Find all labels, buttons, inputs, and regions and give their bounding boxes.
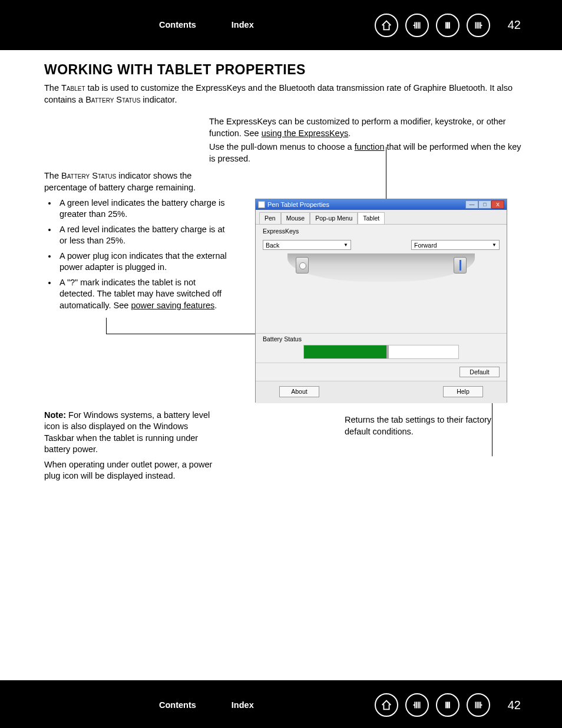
window-title: Pen Tablet Properties xyxy=(267,200,465,209)
home-icon[interactable] xyxy=(375,693,398,717)
app-icon xyxy=(258,201,265,208)
note-block: Note: For Windows systems, a battery lev… xyxy=(44,406,215,486)
prev-section-icon[interactable] xyxy=(405,693,429,717)
contents-link[interactable]: Contents xyxy=(159,19,196,31)
nav-icon-row: 42 xyxy=(375,14,521,37)
battery-status-caption: The Battery Status indicator shows the p… xyxy=(44,170,227,311)
callout-line xyxy=(386,147,386,200)
prev-section-icon[interactable] xyxy=(405,14,429,37)
maximize-button[interactable]: □ xyxy=(478,200,491,209)
tab-row: Pen Mouse Pop-up Menu Tablet xyxy=(256,210,507,224)
close-button[interactable]: X xyxy=(491,200,504,209)
battery-fill xyxy=(304,345,389,358)
tab-popup[interactable]: Pop-up Menu xyxy=(310,212,358,223)
chevron-down-icon: ▼ xyxy=(492,242,497,249)
home-icon[interactable] xyxy=(375,14,398,37)
back-select[interactable]: Back▼ xyxy=(263,240,351,250)
default-button[interactable]: Default xyxy=(459,367,500,377)
about-button[interactable]: About xyxy=(279,386,319,397)
contents-link[interactable]: Contents xyxy=(159,700,196,711)
chevron-down-icon: ▼ xyxy=(343,242,348,249)
callout-line xyxy=(492,400,492,456)
expresskeys-caption: The ExpressKeys can be customized to per… xyxy=(209,116,530,164)
prev-page-icon[interactable] xyxy=(436,693,459,717)
battery-status-bar xyxy=(303,345,459,359)
tab-tablet[interactable]: Tablet xyxy=(358,212,385,223)
list-item: A red level indicates the battery charge… xyxy=(57,224,227,247)
expresskeys-label: ExpressKeys xyxy=(263,228,299,235)
nav-icon-row: 42 xyxy=(375,693,521,717)
list-item: A green level indicates the battery char… xyxy=(57,197,227,220)
index-link[interactable]: Index xyxy=(232,700,254,711)
next-page-icon[interactable] xyxy=(467,14,490,37)
pen-tablet-properties-window: Pen Tablet Properties — □ X Pen Mouse Po… xyxy=(255,199,507,403)
list-item: A power plug icon indicates that the ext… xyxy=(57,251,227,274)
window-titlebar: Pen Tablet Properties — □ X xyxy=(256,199,507,210)
tablet-strip-graphic xyxy=(287,253,475,282)
top-nav-bar: Contents Index 42 xyxy=(0,0,562,50)
callout-line xyxy=(106,318,107,334)
tab-mouse[interactable]: Mouse xyxy=(281,212,310,223)
page-heading: WORKING WITH TABLET PROPERTIES xyxy=(44,61,530,79)
page-content: WORKING WITH TABLET PROPERTIES The Table… xyxy=(0,50,562,503)
battery-status-label: Battery Status xyxy=(263,335,302,342)
default-caption: Returns the tab settings to their factor… xyxy=(345,406,492,486)
right-key-graphic xyxy=(454,257,467,274)
page-number: 42 xyxy=(508,17,521,33)
function-link[interactable]: function xyxy=(355,142,385,151)
help-button[interactable]: Help xyxy=(443,386,483,397)
page-number: 42 xyxy=(508,697,521,713)
intro-paragraph: The Tablet tab is used to customize the … xyxy=(44,83,530,106)
minimize-button[interactable]: — xyxy=(465,200,478,209)
forward-select[interactable]: Forward▼ xyxy=(411,240,500,250)
next-page-icon[interactable] xyxy=(467,693,490,717)
bottom-nav-bar: Contents Index 42 xyxy=(0,680,562,728)
index-link[interactable]: Index xyxy=(232,19,254,31)
using-expresskeys-link[interactable]: using the ExpressKeys xyxy=(262,129,349,138)
list-item: A "?" mark indicates the tablet is not d… xyxy=(57,277,227,312)
power-saving-link[interactable]: power saving features xyxy=(131,301,214,310)
tab-pen[interactable]: Pen xyxy=(259,212,281,223)
prev-page-icon[interactable] xyxy=(436,14,459,37)
callout-line xyxy=(106,334,256,334)
left-key-graphic xyxy=(296,257,309,274)
